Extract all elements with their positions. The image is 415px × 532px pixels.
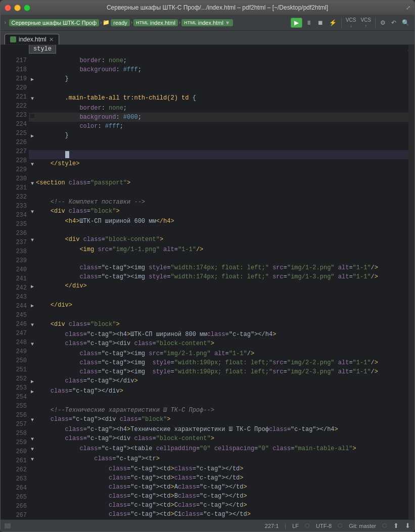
fold-icon-245[interactable]: ▼: [29, 321, 36, 330]
code-line-245[interactable]: ▼ <div class="block">: [29, 320, 414, 330]
debug-button[interactable]: ⏸: [304, 18, 314, 27]
line-number-266: 266: [1, 502, 27, 511]
code-line-220[interactable]: [29, 84, 414, 93]
fold-icon-251[interactable]: ▶: [29, 377, 36, 386]
code-line-256[interactable]: class="c-tag"><h4>Технические характерис…: [29, 425, 414, 434]
code-line-230[interactable]: ▼<section class="passport">: [29, 178, 414, 188]
code-line-264[interactable]: class="c-tag"><td>Сclass="c-tag"></td>: [29, 501, 414, 510]
settings-button[interactable]: ⚙: [378, 18, 388, 27]
code-line-250[interactable]: class="c-tag"><img style="width:190px; f…: [29, 367, 414, 376]
code-content-224: color: #fff;: [36, 122, 414, 131]
fold-icon-219[interactable]: ▶: [29, 75, 36, 84]
code-line-266[interactable]: class="c-tag"><td>С2class="c-tag"></td>: [29, 519, 414, 519]
search-button[interactable]: 🔍: [400, 18, 411, 27]
maximize-button[interactable]: [24, 5, 30, 11]
code-line-238[interactable]: [29, 254, 414, 263]
code-line-254[interactable]: <!--Технические характеристики Ш ТК-С Пр…: [29, 406, 414, 415]
code-line-261[interactable]: class="c-tag"><td>class="c-tag"></td>: [29, 473, 414, 482]
fold-icon-233[interactable]: ▼: [29, 208, 36, 217]
fold-icon-225[interactable]: ▶: [29, 132, 36, 141]
code-line-217[interactable]: border: none;: [29, 56, 414, 65]
code-line-226[interactable]: [29, 141, 414, 150]
code-line-262[interactable]: class="c-tag"><td>Аclass="c-tag"></td>: [29, 482, 414, 492]
code-line-253[interactable]: [29, 397, 414, 406]
code-line-227[interactable]: [29, 150, 414, 159]
fold-icon-259[interactable]: ▼: [29, 455, 36, 464]
encoding[interactable]: UTF-8: [316, 523, 332, 529]
fold-icon-252[interactable]: ▶: [29, 388, 36, 397]
code-line-255[interactable]: ▼ class="c-tag"><div class="block">: [29, 415, 414, 425]
vcs-commit-button[interactable]: VCS↑: [359, 17, 373, 29]
code-line-228[interactable]: ▼ </style>: [29, 159, 414, 169]
code-line-232[interactable]: <!-- Комплект поставки -->: [29, 198, 414, 207]
code-line-241[interactable]: ▶ </div>: [29, 281, 414, 292]
breadcrumb-folder-2[interactable]: ready: [111, 19, 130, 26]
breadcrumb-file-1[interactable]: HTML index.html: [133, 19, 178, 26]
scroll-indicator[interactable]: [408, 45, 414, 519]
code-line-242[interactable]: [29, 292, 414, 301]
code-line-246[interactable]: class="c-tag"><h4>ШТК-СП шириной 800 ммc…: [29, 330, 414, 339]
code-line-244[interactable]: [29, 311, 414, 320]
undo-button[interactable]: ↶: [389, 18, 398, 27]
breadcrumb-file-2[interactable]: HTML index.html ▼: [181, 19, 233, 26]
run-button[interactable]: ▶: [291, 18, 302, 28]
line-number-236: 236: [1, 229, 27, 238]
code-line-224[interactable]: color: #fff;: [29, 122, 414, 131]
git-status[interactable]: Git: master: [349, 523, 376, 529]
code-line-221[interactable]: ▼ .main-table-all tr:nth-child(2) td {: [29, 93, 414, 104]
tab-close-icon[interactable]: ✕: [49, 36, 54, 43]
code-line-247[interactable]: ▼ class="c-tag"><div class="block-conten…: [29, 339, 414, 349]
close-button[interactable]: [5, 5, 11, 11]
fold-icon-241[interactable]: ▶: [29, 282, 36, 292]
vcs-update-button[interactable]: VCS↓: [344, 17, 358, 29]
code-line-251[interactable]: ▶ class="c-tag"></div>: [29, 376, 414, 386]
tab-index-html[interactable]: index.html ✕: [5, 34, 59, 44]
code-line-234[interactable]: <h4>ШТК-СП шириной 600 мм</h4>: [29, 217, 414, 226]
code-line-265[interactable]: class="c-tag"><td>С1class="c-tag"></td>: [29, 510, 414, 519]
code-line-260[interactable]: class="c-tag"><td>class="c-tag"></td>: [29, 464, 414, 473]
breadcrumb-folder-1[interactable]: Серверные шкафы ШТК-С Проф: [9, 19, 99, 26]
code-line-239[interactable]: class="c-tag"><img style="width:174px; f…: [29, 263, 414, 272]
fold-icon-243[interactable]: ▶: [29, 302, 36, 311]
code-line-235[interactable]: [29, 226, 414, 235]
fold-icon-223[interactable]: [29, 114, 36, 118]
resize-icon[interactable]: ⤢: [406, 5, 410, 11]
download-icon[interactable]: ⬇: [405, 522, 410, 529]
fold-icon-255[interactable]: ▼: [29, 416, 36, 425]
code-line-263[interactable]: class="c-tag"><td>Вclass="c-tag"></td>: [29, 492, 414, 501]
line-ending[interactable]: LF: [292, 523, 299, 529]
nav-back-icon[interactable]: ›: [4, 20, 7, 26]
code-line-249[interactable]: class="c-tag"><img style="width:190px; f…: [29, 358, 414, 367]
line-number-218: 218: [1, 65, 27, 74]
fold-icon-230[interactable]: ▼: [29, 179, 36, 188]
code-line-219[interactable]: ▶ }: [29, 74, 414, 84]
fold-icon-258[interactable]: ▼: [29, 445, 36, 454]
stop-button[interactable]: ⏹: [315, 18, 326, 27]
fold-icon-228[interactable]: ▼: [29, 160, 36, 169]
code-line-243[interactable]: ▶ </div>: [29, 301, 414, 311]
code-line-237[interactable]: <img src="img/1-1.png" alt="1-1"/>: [29, 245, 414, 254]
code-line-259[interactable]: ▼ class="c-tag"><tr>: [29, 454, 414, 464]
code-line-236[interactable]: ▼ <div class="block-content">: [29, 235, 414, 245]
coverage-button[interactable]: ⚡: [327, 18, 339, 27]
cursor-position[interactable]: 227:1: [265, 523, 279, 529]
code-line-258[interactable]: ▼ class="c-tag"><table cellpadding="0" c…: [29, 444, 414, 454]
code-line-257[interactable]: ▼ class="c-tag"><div class="block-conten…: [29, 434, 414, 444]
code-area[interactable]: border: none; background: #fff;▶ }▼ .mai…: [29, 45, 414, 519]
code-line-229[interactable]: [29, 169, 414, 178]
fold-icon-236[interactable]: ▼: [29, 236, 36, 245]
fold-icon-257[interactable]: ▼: [29, 435, 36, 444]
code-line-222[interactable]: border: none;: [29, 104, 414, 113]
code-line-225[interactable]: ▶ }: [29, 131, 414, 141]
code-line-231[interactable]: [29, 188, 414, 198]
fold-icon-221[interactable]: ▼: [29, 94, 36, 104]
code-line-248[interactable]: class="c-tag"><img src="img/2-1.png" alt…: [29, 349, 414, 358]
code-line-218[interactable]: background: #fff;: [29, 65, 414, 74]
minimize-button[interactable]: [14, 5, 21, 11]
code-line-252[interactable]: ▶ class="c-tag"></div>: [29, 386, 414, 397]
code-line-240[interactable]: class="c-tag"><img style="width:174px; f…: [29, 272, 414, 281]
upload-icon[interactable]: ⬆: [393, 522, 399, 529]
fold-icon-247[interactable]: ▼: [29, 340, 36, 349]
code-line-233[interactable]: ▼ <div class="block">: [29, 207, 414, 217]
code-line-223[interactable]: background: #000;: [29, 113, 414, 122]
